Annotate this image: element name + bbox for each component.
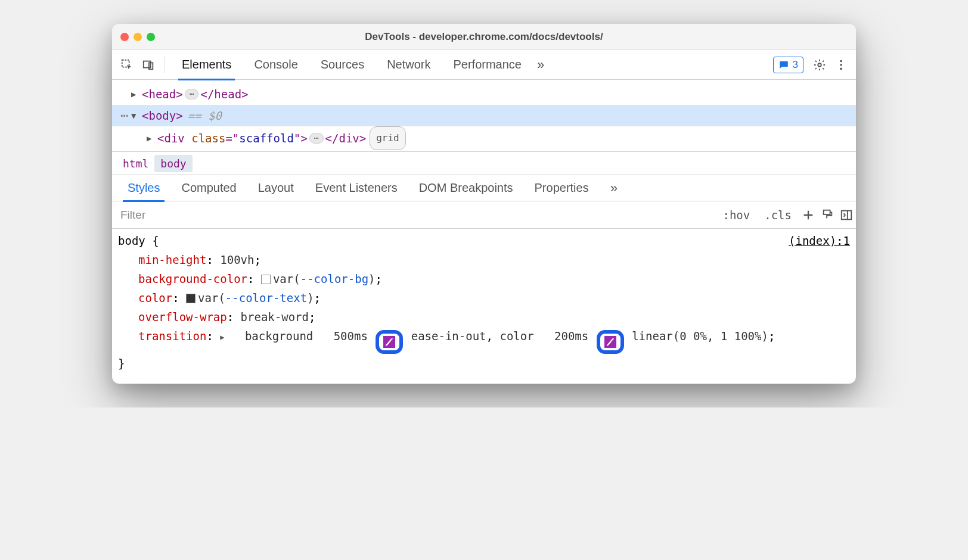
ellipsis-icon[interactable]: ⋯ xyxy=(185,89,199,99)
value-part: ease-in-out xyxy=(411,329,486,343)
expand-icon[interactable]: ▶ xyxy=(220,333,224,341)
easing-editor-icon[interactable] xyxy=(383,336,395,348)
inspect-element-icon[interactable] xyxy=(118,56,136,74)
panel-toggle-icon[interactable] xyxy=(837,201,856,229)
collapse-icon[interactable]: ▼ xyxy=(131,105,142,126)
css-prop-transition[interactable]: transition: ▶ background 500ms ease-in-o… xyxy=(118,326,850,354)
easing-editor-highlight xyxy=(597,330,624,354)
color-swatch-icon[interactable] xyxy=(261,275,271,284)
tag-close: </div> xyxy=(325,127,367,149)
tab-console[interactable]: Console xyxy=(244,50,307,80)
svg-rect-8 xyxy=(842,210,852,219)
hov-toggle[interactable]: :hov xyxy=(715,201,757,229)
subtab-styles[interactable]: Styles xyxy=(117,175,170,201)
console-ref: == $0 xyxy=(188,105,222,126)
tag-open: <head> xyxy=(142,83,183,105)
tab-network[interactable]: Network xyxy=(377,50,440,80)
value-part: 500ms xyxy=(334,329,368,343)
dom-tree: ▶ <head> ⋯ </head> ⋯ ▼ <body> == $0 ▶ <d… xyxy=(112,80,856,151)
css-prop-background-color[interactable]: background-color: var(--color-bg); xyxy=(118,269,850,288)
subtab-computed[interactable]: Computed xyxy=(170,175,247,201)
attr-value: scaffold xyxy=(239,127,294,149)
source-link[interactable]: (index):1 xyxy=(789,231,850,250)
separator xyxy=(165,57,165,73)
color-swatch-icon[interactable] xyxy=(186,294,196,303)
tab-sources[interactable]: Sources xyxy=(311,50,374,80)
grid-badge[interactable]: grid xyxy=(370,126,406,150)
expand-icon[interactable]: ▶ xyxy=(147,127,157,149)
tab-elements[interactable]: Elements xyxy=(172,50,241,80)
tag-mid: > xyxy=(300,127,307,149)
crumb-body[interactable]: body xyxy=(154,155,192,172)
chat-icon xyxy=(778,60,789,70)
more-tabs-icon[interactable]: » xyxy=(535,56,547,74)
ellipsis-icon[interactable]: ⋯ xyxy=(309,133,324,144)
prop-name: transition xyxy=(138,329,206,343)
cls-toggle[interactable]: .cls xyxy=(757,201,799,229)
attr-name: class xyxy=(191,127,225,149)
issues-count: 3 xyxy=(793,59,798,71)
css-var[interactable]: --color-text xyxy=(225,291,307,304)
svg-rect-1 xyxy=(144,61,151,67)
close-window-icon[interactable] xyxy=(120,33,129,41)
maximize-window-icon[interactable] xyxy=(147,33,155,41)
paint-icon[interactable] xyxy=(818,201,837,229)
filter-input[interactable] xyxy=(117,201,715,228)
svg-point-5 xyxy=(840,64,842,66)
dom-node-head[interactable]: ▶ <head> ⋯ </head> xyxy=(112,83,856,105)
css-var[interactable]: --color-bg xyxy=(300,272,368,285)
device-toolbar-icon[interactable] xyxy=(139,56,157,74)
rule-header: body { (index):1 xyxy=(118,231,850,250)
svg-point-6 xyxy=(840,67,842,70)
svg-rect-7 xyxy=(824,210,830,214)
titlebar: DevTools - developer.chrome.com/docs/dev… xyxy=(112,24,856,50)
styles-subtabs: Styles Computed Layout Event Listeners D… xyxy=(112,175,856,201)
prop-name: background-color xyxy=(138,272,247,285)
dom-node-div[interactable]: ▶ <div class =" scaffold " > ⋯ </div> gr… xyxy=(112,126,856,150)
main-toolbar: Elements Console Sources Network Perform… xyxy=(112,50,856,80)
prop-value: 100vh xyxy=(220,253,254,266)
filter-bar: :hov .cls xyxy=(112,201,856,229)
value-part: 200ms xyxy=(554,329,588,343)
issues-badge[interactable]: 3 xyxy=(773,57,803,73)
breadcrumb: html body xyxy=(112,151,856,175)
expand-icon[interactable]: ▶ xyxy=(131,83,142,105)
tag-close: </head> xyxy=(200,83,248,105)
tag-open: <body> xyxy=(142,105,183,126)
tab-performance[interactable]: Performance xyxy=(444,50,532,80)
prop-name: overflow-wrap xyxy=(138,310,227,323)
css-prop-overflow-wrap[interactable]: overflow-wrap: break-word; xyxy=(118,307,850,326)
prop-name: color xyxy=(138,291,172,304)
subtab-layout[interactable]: Layout xyxy=(247,175,305,201)
css-prop-min-height[interactable]: min-height: 100vh; xyxy=(118,250,850,269)
subtab-event-listeners[interactable]: Event Listeners xyxy=(305,175,408,201)
selection-dots: ⋯ xyxy=(120,105,130,126)
prop-name: min-height xyxy=(138,253,206,266)
css-rules-pane: body { (index):1 min-height: 100vh; back… xyxy=(112,229,856,384)
settings-icon[interactable] xyxy=(811,56,829,74)
css-prop-color[interactable]: color: var(--color-text); xyxy=(118,288,850,307)
svg-point-4 xyxy=(840,60,842,62)
new-style-rule-icon[interactable] xyxy=(799,201,818,229)
subtab-properties[interactable]: Properties xyxy=(524,175,600,201)
more-subtabs-icon[interactable]: » xyxy=(600,175,628,201)
window-title: DevTools - developer.chrome.com/docs/dev… xyxy=(112,31,856,43)
selector[interactable]: body { xyxy=(118,231,159,250)
tag-open: <div xyxy=(157,127,185,149)
value-part: background xyxy=(245,329,313,343)
value-part: linear(0 0%, 1 100%) xyxy=(632,329,768,343)
traffic-lights xyxy=(120,33,155,41)
value-part: color xyxy=(499,329,533,343)
crumb-html[interactable]: html xyxy=(117,155,154,172)
minimize-window-icon[interactable] xyxy=(134,33,142,41)
prop-value: break-word xyxy=(241,310,309,323)
svg-point-3 xyxy=(818,63,821,67)
dom-node-body[interactable]: ⋯ ▼ <body> == $0 xyxy=(112,105,856,126)
devtools-window: DevTools - developer.chrome.com/docs/dev… xyxy=(112,24,856,384)
easing-editor-icon[interactable] xyxy=(604,336,616,348)
easing-editor-highlight xyxy=(376,330,403,354)
subtab-dom-breakpoints[interactable]: DOM Breakpoints xyxy=(408,175,524,201)
rule-close: } xyxy=(118,354,850,373)
kebab-menu-icon[interactable] xyxy=(832,56,850,74)
